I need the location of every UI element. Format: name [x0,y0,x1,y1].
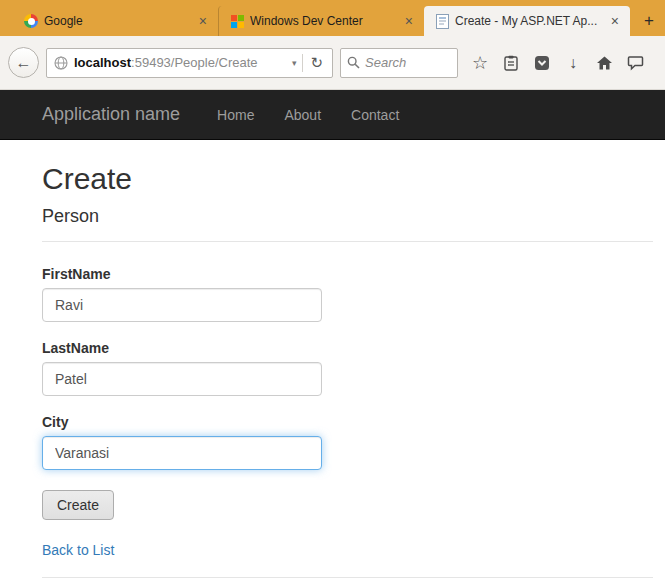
tab-close-icon[interactable]: × [196,12,210,30]
nav-link-contact[interactable]: Contact [336,107,414,123]
nav-link-home[interactable]: Home [202,107,269,123]
page-subtitle: Person [42,206,653,227]
search-icon [347,56,360,69]
google-favicon-icon [24,14,38,28]
firstname-label: FirstName [42,266,653,282]
page-title: Create [42,162,653,196]
form-group-lastname: LastName [42,340,653,396]
tab-title: Google [44,14,190,28]
back-to-list-link[interactable]: Back to List [42,542,114,558]
home-icon[interactable] [595,53,613,73]
url-bar[interactable]: localhost:59493/People/Create ▾ ↻ [46,48,333,78]
globe-icon [54,56,68,70]
city-label: City [42,414,653,430]
page-favicon-icon [436,14,449,29]
tab-bar: Google × Windows Dev Center × Create - M… [0,0,665,36]
tab-close-icon[interactable]: × [402,12,416,30]
tab-title: Windows Dev Center [250,14,396,28]
bookmark-star-icon[interactable]: ☆ [471,53,489,73]
search-input[interactable] [365,55,451,70]
back-button[interactable]: ← [8,47,39,78]
tab-title: Create - My ASP.NET Ap... [455,14,602,28]
downloads-icon[interactable]: ↓ [564,53,582,73]
reload-icon[interactable]: ↻ [303,54,330,72]
search-box[interactable] [340,48,458,78]
nav-link-about[interactable]: About [269,107,336,123]
lastname-label: LastName [42,340,653,356]
url-path: :59493/People/Create [131,55,257,70]
bookmarks-menu-icon[interactable] [502,53,520,73]
tab-create-aspnet[interactable]: Create - My ASP.NET Ap... × [424,6,630,36]
site-navbar: Application name Home About Contact [0,90,665,140]
form-group-city: City [42,414,653,470]
tab-close-icon[interactable]: × [608,12,622,30]
browser-window: Google × Windows Dev Center × Create - M… [0,0,665,579]
url-host: localhost [74,55,131,70]
create-button[interactable]: Create [42,490,114,520]
hello-chat-icon[interactable] [626,53,644,73]
pocket-icon[interactable] [533,53,551,73]
navbar-brand[interactable]: Application name [42,104,180,125]
toolbar-icons: ☆ ↓ [471,53,644,73]
divider [42,241,653,242]
tab-windows-dev-center[interactable]: Windows Dev Center × [218,6,424,36]
urlbar-dropdown-icon[interactable]: ▾ [286,58,303,68]
divider-bottom [42,577,653,578]
microsoft-favicon-icon [231,15,244,28]
back-arrow-icon: ← [16,54,32,72]
navigation-toolbar: ← localhost:59493/People/Create ▾ ↻ ☆ [0,36,665,90]
form-group-firstname: FirstName [42,266,653,322]
page-content: Create Person FirstName LastName City Cr… [0,140,665,578]
tab-google[interactable]: Google × [12,6,218,36]
firstname-field[interactable] [42,288,322,322]
url-text[interactable]: localhost:59493/People/Create [74,55,286,70]
new-tab-button[interactable]: + [636,8,662,34]
lastname-field[interactable] [42,362,322,396]
city-field[interactable] [42,436,322,470]
